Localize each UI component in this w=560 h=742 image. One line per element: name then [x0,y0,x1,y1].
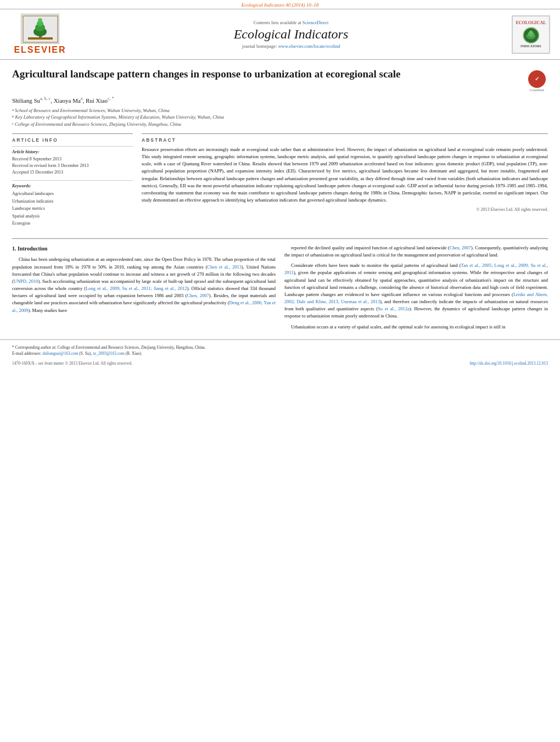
intro-para-3: Considerate efforts have been made to mo… [284,262,548,320]
keyword-1: Agricultural landscapes [12,190,133,198]
section1-title: 1. Introduction [12,244,276,253]
badge-circle-icon [523,27,539,43]
svg-point-10 [529,30,533,34]
keyword-2: Urbanization indicators [12,198,133,205]
ref-leitao2002[interactable]: Leitão and Ahern, 2002; Dale and Kline, … [284,292,548,304]
article-info-abstract-section: ARTICLE INFO Article history: Received 8… [12,133,548,227]
received-date: Received 8 September 2013 [12,156,133,163]
keyword-3: Landscape metrics [12,205,133,213]
affiliation-b: b Key Laboratory of Geographical Informa… [12,114,548,121]
article-history-block: Article history: Received 8 September 20… [12,146,133,176]
abstract-col: ABSTRACT Resource preservation efforts a… [142,133,548,227]
ref-deng2006[interactable]: Deng et al., 2006; Yan et al., 2009 [12,300,276,313]
crossmark-label: CrossMark [530,88,545,92]
journal-center: Contents lists available at ScienceDirec… [70,20,512,49]
crossmark-row: Agricultural landscape pattern changes i… [12,68,548,92]
journal-title: Ecological Indicators [70,27,512,42]
copyright-line: © 2013 Elsevier Ltd. All rights reserved… [142,207,548,212]
email-rui-link[interactable]: xr_2003@163.com [93,351,125,356]
footer-issn: 1470-160X/$ – see front matter © 2013 El… [12,361,132,366]
intro-para-1: China has been undergoing urbanization a… [12,256,276,314]
footnote-corr: * Corresponding author at: College of En… [12,344,548,350]
keywords-block: Keywords: Agricultural landscapes Urbani… [12,180,133,227]
journal-homepage: journal homepage: www.elsevier.com/locat… [70,43,512,49]
revised-date: Received in revised form 3 December 2013 [12,163,133,169]
intro-para-2: reported the declined quality and impair… [284,244,548,259]
svg-point-5 [38,18,42,23]
keyword-4: Spatial analysis [12,213,133,220]
keywords-subheading: Keywords: [12,183,133,188]
journal-top-bar: Ecological Indicators 40 (2014) 10–18 [0,0,560,9]
elsevier-logo: ELSEVIER [10,14,70,55]
badge-eco-text: ECOLOGICAL [516,21,546,26]
ref-chen2013[interactable]: Chen et al., 2013 [207,264,242,270]
footer-bar: 1470-160X/$ – see front matter © 2013 El… [0,359,560,368]
body-left-col: 1. Introduction China has been undergoin… [12,244,276,334]
affiliations: a School of Resource and Environmental S… [12,107,548,128]
ref-su2012a[interactable]: Su et al., 2012a [378,306,410,311]
history-subheading: Article history: [12,149,133,154]
footer-doi: http://dx.doi.org/10.1016/j.ecolind.2013… [469,361,548,366]
footnote-email: E-mail addresses: shiliangsui@163.com (S… [12,350,548,356]
section-divider [12,238,548,239]
ref-long2009[interactable]: Long et al., 2009; Su et al., 2011; Jian… [86,286,187,291]
homepage-link[interactable]: www.elsevier.com/locate/ecolind [278,43,340,49]
abstract-heading: ABSTRACT [142,137,548,143]
ref-chen2007a[interactable]: Chen, 2007 [187,293,209,298]
article-info-col: ARTICLE INFO Article history: Received 8… [12,133,133,227]
authors-line: Shiliang Sua, b, c, Xiaoya Maa, Rui Xiao… [12,96,548,104]
affiliation-c: c College of Environmental and Resource … [12,121,548,128]
author1-name: Shiliang Su [12,97,40,104]
email-su-link[interactable]: shiliangsui@163.com [42,351,78,356]
article-section: Agricultural landscape pattern changes i… [0,60,560,233]
contents-line: Contents lists available at ScienceDirec… [70,20,512,25]
crossmark-icon: ✓ [528,70,546,88]
intro-para-4: Urbanization occurs at a variety of spat… [284,323,548,331]
journal-badge: ECOLOGICAL INDICATORS [512,15,550,54]
article-title: Agricultural landscape pattern changes i… [12,68,401,81]
badge-indicator-text: INDICATORS [520,44,541,48]
body-right-col: reported the declined quality and impair… [284,244,548,334]
abstract-text: Resource preservation efforts are increa… [142,146,548,204]
sciencedirect-link[interactable]: ScienceDirect [303,20,329,25]
elsevier-text: ELSEVIER [14,45,66,55]
author2-name: Xiaoya Ma [54,97,81,104]
article-info-heading: ARTICLE INFO [12,137,133,143]
journal-header: ELSEVIER Contents lists available at Sci… [0,9,560,60]
affiliation-a: a School of Resource and Environmental S… [12,107,548,114]
ref-chen2007b[interactable]: Chen, 2007 [450,245,471,250]
body-section: 1. Introduction China has been undergoin… [0,244,560,334]
crossmark-badge: ✓ CrossMark [526,70,548,92]
author3-name: Rui Xiao [86,97,108,104]
keyword-5: Ecoregion [12,220,133,227]
ref-unpd2010[interactable]: UNPD, 2010 [14,278,38,284]
elsevier-tree-image [21,14,59,44]
accepted-date: Accepted 15 December 2013 [12,169,133,176]
ref-tan2005[interactable]: Tan et al., 2005; Long et al., 2009; Su … [284,263,548,275]
footnote-area: * Corresponding author at: College of En… [0,339,560,359]
doi-link[interactable]: http://dx.doi.org/10.1016/j.ecolind.2013… [469,361,548,366]
